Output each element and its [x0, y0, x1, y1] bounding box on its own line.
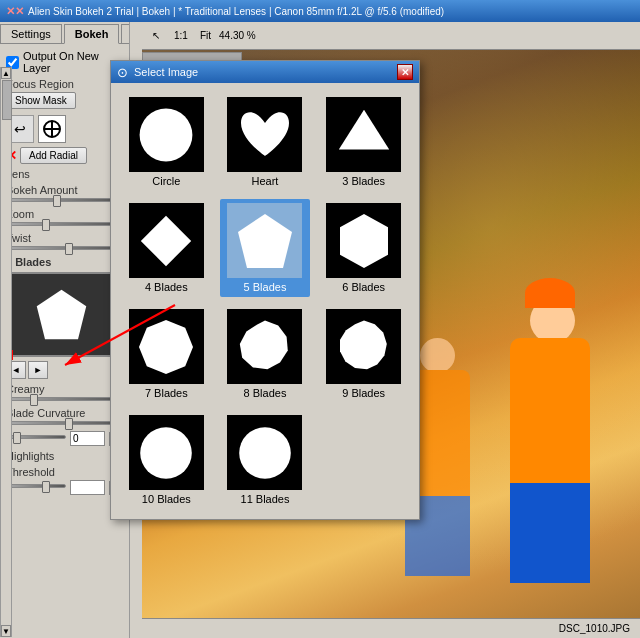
- 4blades-svg: [136, 211, 196, 271]
- shape-11blades[interactable]: 11 Blades: [220, 411, 311, 509]
- ratio-label: 1:1: [174, 30, 188, 41]
- 11blades-svg: [235, 423, 295, 483]
- creamy-slider[interactable]: [6, 397, 123, 401]
- threshold-slider[interactable]: [6, 482, 66, 488]
- panel-scroll-thumb[interactable]: [2, 80, 12, 120]
- shape-9blades[interactable]: 9 Blades: [318, 305, 409, 403]
- circle-svg: [136, 105, 196, 165]
- dialog-close-button[interactable]: ✕: [397, 64, 413, 80]
- svg-marker-6: [139, 320, 193, 374]
- shape-6blades-box: [326, 203, 401, 278]
- dialog-shape-grid: Circle Heart 3 Blades: [111, 83, 419, 519]
- preview-shape-svg: [34, 287, 89, 342]
- focus-region-label: Focus Region: [6, 78, 123, 90]
- bokeh-amount-slider[interactable]: [6, 198, 123, 202]
- shape-preview-box[interactable]: [6, 272, 116, 357]
- bokeh-amount-label: Bokeh Amount: [6, 184, 123, 196]
- blade-curvature-input[interactable]: [70, 431, 105, 446]
- select-image-dialog: ⊙ Select Image ✕ Circle Heart: [110, 60, 420, 520]
- svg-marker-5: [340, 214, 388, 268]
- output-new-layer-row: Output On New Layer: [6, 50, 123, 74]
- radial-target-icon[interactable]: [38, 115, 66, 143]
- shape-10blades-label: 10 Blades: [142, 493, 191, 505]
- threshold-mini-slider[interactable]: [6, 433, 66, 439]
- dialog-title: Select Image: [134, 66, 198, 78]
- shape-3blades[interactable]: 3 Blades: [318, 93, 409, 191]
- 3blades-svg: [334, 105, 394, 165]
- highlights-label: Highlights: [6, 450, 123, 462]
- shape-9blades-box: [326, 309, 401, 384]
- dialog-icon: ⊙: [117, 65, 128, 80]
- status-bar: DSC_1010.JPG: [142, 618, 640, 638]
- shape-10blades[interactable]: 10 Blades: [121, 411, 212, 509]
- dialog-titlebar: ⊙ Select Image ✕: [111, 61, 419, 83]
- svg-point-1: [140, 108, 193, 161]
- shape-3blades-label: 3 Blades: [342, 175, 385, 187]
- shape-4blades-box: [129, 203, 204, 278]
- shape-11blades-label: 11 Blades: [241, 493, 290, 505]
- svg-marker-2: [338, 109, 388, 149]
- shape-7blades-label: 7 Blades: [145, 387, 188, 399]
- shape-7blades[interactable]: 7 Blades: [121, 305, 212, 403]
- shape-heart-label: Heart: [252, 175, 279, 187]
- shape-8blades[interactable]: 8 Blades: [220, 305, 311, 403]
- shape-nav-arrows: ◄ ►: [6, 361, 123, 379]
- crosshair-icon: [43, 120, 61, 138]
- heart-svg: [235, 105, 295, 165]
- toolbar: ↖ 1:1 Fit 44.30 %: [142, 22, 640, 50]
- zoom-slider[interactable]: [6, 222, 123, 226]
- 8blades-svg: [235, 317, 295, 377]
- svg-marker-8: [340, 320, 387, 369]
- shape-circle[interactable]: Circle: [121, 93, 212, 191]
- shape-4blades[interactable]: 4 Blades: [121, 199, 212, 297]
- shape-4blades-label: 4 Blades: [145, 281, 188, 293]
- output-new-layer-label: Output On New Layer: [23, 50, 123, 74]
- show-mask-button[interactable]: Show Mask: [6, 92, 76, 109]
- tab-vignette[interactable]: Vignette: [121, 24, 130, 43]
- svg-marker-7: [240, 320, 288, 369]
- shape-next-button[interactable]: ►: [28, 361, 48, 379]
- shape-circle-box: [129, 97, 204, 172]
- shape-heart[interactable]: Heart: [220, 93, 311, 191]
- shape-6blades[interactable]: 6 Blades: [318, 199, 409, 297]
- 9blades-svg: [334, 317, 394, 377]
- titlebar-title: Alien Skin Bokeh 2 Trial | Bokeh | * Tra…: [28, 6, 444, 17]
- svg-marker-3: [141, 215, 191, 265]
- panel-scroll-up[interactable]: ▲: [1, 67, 11, 79]
- undo-icon: ↩: [14, 121, 26, 137]
- shape-11blades-box: [227, 415, 302, 490]
- shape-10blades-box: [129, 415, 204, 490]
- twist-slider[interactable]: [6, 246, 123, 250]
- threshold-label: Threshold: [6, 466, 123, 478]
- tab-bokeh[interactable]: Bokeh: [64, 24, 120, 44]
- shape-circle-label: Circle: [152, 175, 180, 187]
- blade-curvature-slider[interactable]: [6, 421, 123, 425]
- titlebar: ✕✕ Alien Skin Bokeh 2 Trial | Bokeh | * …: [0, 0, 640, 22]
- shape-heart-box: [227, 97, 302, 172]
- panel-scroll-down[interactable]: ▼: [1, 625, 11, 637]
- threshold-input[interactable]: 50: [70, 480, 105, 495]
- shape-5blades-label: 5 Blades: [244, 281, 287, 293]
- shape-9blades-label: 9 Blades: [342, 387, 385, 399]
- zoom-label: Zoom: [6, 208, 123, 220]
- 5blades-svg: [235, 211, 295, 271]
- 7blades-svg: [136, 317, 196, 377]
- shape-5blades[interactable]: 5 Blades: [220, 199, 311, 297]
- svg-point-9: [141, 427, 193, 479]
- add-radial-button[interactable]: Add Radial: [20, 147, 87, 164]
- shape-5blades-box: [227, 203, 302, 278]
- threshold-row: ▲ ▼: [6, 431, 123, 446]
- threshold-input-row: 50 ▲ ▼: [6, 480, 123, 495]
- 10blades-svg: [136, 423, 196, 483]
- shape-8blades-label: 8 Blades: [244, 387, 287, 399]
- creamy-label: Creamy: [6, 383, 123, 395]
- fit-button[interactable]: Fit: [200, 30, 211, 41]
- arrow-tool-button[interactable]: ↖: [146, 28, 166, 43]
- panel-scrollbar[interactable]: ▲ ▼: [0, 67, 12, 637]
- svg-point-10: [239, 427, 291, 479]
- shape-3blades-box: [326, 97, 401, 172]
- svg-marker-0: [36, 290, 86, 340]
- tab-settings[interactable]: Settings: [0, 24, 62, 43]
- titlebar-close[interactable]: ✕✕: [6, 5, 24, 18]
- 6blades-svg: [334, 211, 394, 271]
